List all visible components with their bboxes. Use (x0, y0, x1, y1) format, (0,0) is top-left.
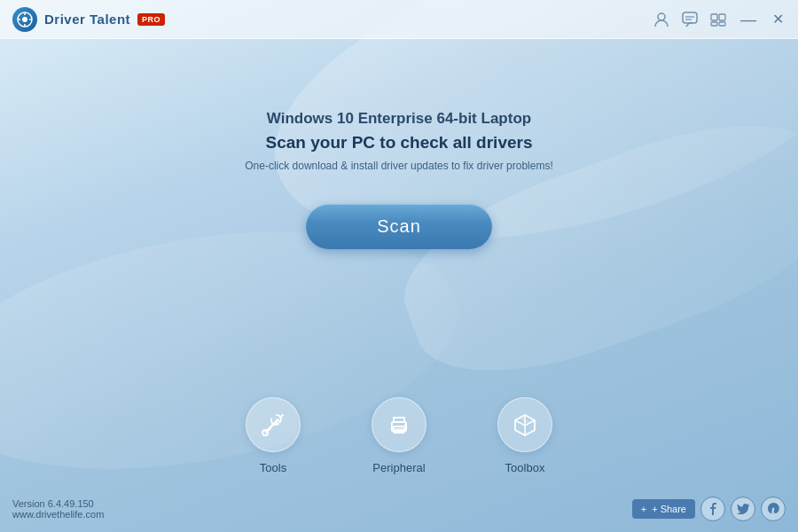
svg-rect-12 (711, 22, 717, 26)
tools-label: Tools (260, 461, 286, 474)
close-button[interactable]: ✕ (771, 12, 786, 27)
app-logo (12, 7, 37, 32)
system-info: Windows 10 Enterprise 64-bit Laptop (267, 110, 531, 128)
titlebar-right: — ✕ (653, 12, 786, 27)
svg-point-6 (658, 13, 665, 20)
footer: Version 6.4.49.150 www.drivethelife.com … (12, 497, 786, 521)
svg-rect-13 (719, 22, 725, 26)
share-plus-icon: + (641, 504, 646, 514)
svg-rect-10 (711, 14, 717, 20)
titlebar-left: Driver Talent PRO (12, 7, 165, 32)
svg-point-19 (404, 424, 406, 426)
menu-icon[interactable] (710, 12, 726, 27)
minimize-button[interactable]: — (739, 12, 758, 27)
facebook-button[interactable] (700, 497, 725, 521)
toolbox-item[interactable]: Toolbox (497, 397, 552, 474)
share-button[interactable]: + + Share (632, 499, 695, 519)
main-content: Windows 10 Enterprise 64-bit Laptop Scan… (0, 39, 798, 249)
pinterest-button[interactable] (761, 497, 786, 521)
version-text: Version 6.4.49.150 (12, 498, 104, 509)
footer-social: + + Share (632, 497, 786, 521)
toolbox-icon (497, 397, 552, 452)
scan-button[interactable]: Scan (306, 204, 492, 249)
peripheral-icon (372, 397, 426, 452)
svg-rect-11 (719, 14, 725, 20)
svg-rect-7 (683, 12, 697, 23)
subtitle: One-click download & install driver upda… (245, 160, 552, 172)
svg-point-1 (22, 17, 27, 22)
tools-item[interactable]: Tools (246, 397, 301, 474)
app-title: Driver Talent (44, 12, 130, 27)
peripheral-item[interactable]: Peripheral (372, 397, 426, 474)
tagline: Scan your PC to check all drivers (266, 133, 533, 153)
website-text: www.drivethelife.com (12, 509, 104, 520)
twitter-button[interactable] (731, 497, 755, 521)
tools-icon (246, 397, 301, 452)
toolbox-label: Toolbox (505, 461, 545, 474)
chat-icon[interactable] (682, 12, 698, 27)
account-icon[interactable] (653, 12, 669, 27)
titlebar: Driver Talent PRO — (0, 0, 798, 39)
peripheral-label: Peripheral (372, 461, 425, 474)
footer-info: Version 6.4.49.150 www.drivethelife.com (12, 498, 104, 520)
pro-badge: PRO (137, 13, 165, 26)
tools-row: Tools Peripheral Toolb (0, 397, 798, 474)
share-label: + Share (652, 504, 686, 514)
